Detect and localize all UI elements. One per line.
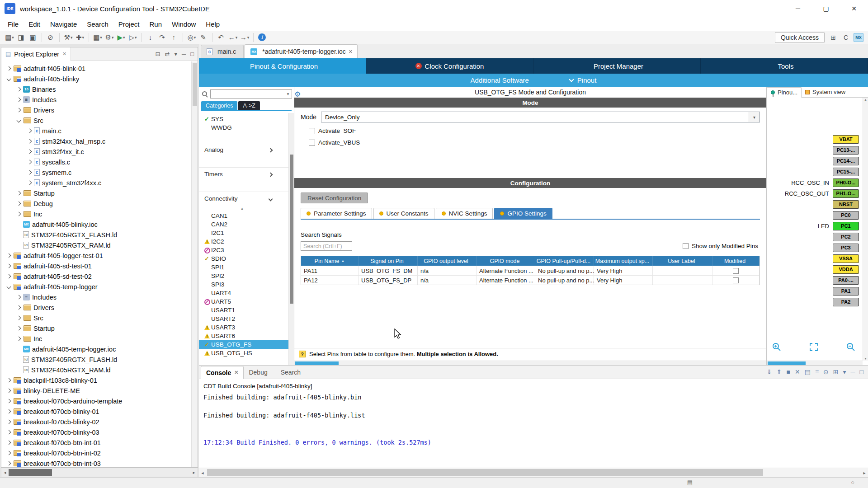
tree-expand-icon[interactable] bbox=[16, 326, 21, 331]
tree-expand-icon[interactable] bbox=[6, 420, 11, 424]
tab-system-view[interactable]: System view bbox=[802, 87, 849, 97]
search-button[interactable]: ◎▾ bbox=[186, 32, 197, 43]
show-only-modified-pins-checkbox[interactable] bbox=[683, 243, 689, 249]
project-tree-item[interactable]: Startup bbox=[1, 323, 191, 333]
project-tree-item[interactable]: adafruit-f405-temp-logger.ioc bbox=[1, 344, 191, 354]
step-over-button[interactable]: ↷ bbox=[157, 32, 168, 43]
col-signal-on-pin[interactable]: Signal on Pin bbox=[359, 256, 418, 266]
peripheral-spi1[interactable]: SPI1 bbox=[199, 263, 288, 272]
tab-temp-logger-ioc[interactable]: *adafruit-f405-temp-logger.ioc ✕ bbox=[245, 44, 358, 58]
project-tree-item[interactable]: Drivers bbox=[1, 302, 191, 313]
pin[interactable]: PC14-... bbox=[833, 157, 859, 165]
tree-expand-icon[interactable] bbox=[6, 274, 11, 279]
menu-edit[interactable]: Edit bbox=[24, 19, 45, 30]
external-tools-button[interactable]: ▷▾ bbox=[127, 32, 138, 43]
project-tree-item[interactable]: Inc bbox=[1, 209, 191, 219]
project-tree-item[interactable]: Startup bbox=[1, 188, 191, 198]
scroll-to-top-icon[interactable]: ⇑ bbox=[777, 368, 782, 375]
tab-clock-configuration[interactable]: Clock Configuration bbox=[366, 58, 533, 74]
minimize-view-icon[interactable]: ─ bbox=[182, 51, 186, 57]
scrollbar-thumb[interactable] bbox=[290, 155, 293, 304]
project-tree-item[interactable]: breakout-f070cb-btn-int-03 bbox=[1, 458, 191, 467]
pin[interactable]: PC13-... bbox=[833, 146, 859, 155]
peripheral-can2[interactable]: CAN2 bbox=[199, 220, 288, 229]
zoom-out-button[interactable] bbox=[845, 342, 856, 352]
remove-console-icon[interactable]: ✕ bbox=[795, 368, 800, 375]
project-tree-item[interactable]: Inc bbox=[1, 333, 191, 344]
maximize-view-icon[interactable]: □ bbox=[190, 51, 194, 57]
project-tree-item[interactable]: adafruit-f405-sd-test-01 bbox=[1, 261, 191, 271]
tree-expand-icon[interactable] bbox=[6, 77, 11, 81]
toolbar-separator[interactable] bbox=[59, 33, 60, 42]
peripheral-usart1[interactable]: USART1 bbox=[199, 306, 288, 314]
project-tree-item[interactable]: breakout-f070cb-btn-int-02 bbox=[1, 448, 191, 458]
tree-expand-icon[interactable] bbox=[6, 285, 11, 289]
view-menu-icon[interactable]: ▾ bbox=[174, 51, 177, 57]
tree-expand-icon[interactable] bbox=[6, 378, 11, 383]
scrollbar-thumb[interactable] bbox=[207, 469, 763, 476]
quick-access-button[interactable]: Quick Access bbox=[775, 32, 825, 43]
tree-expand-icon[interactable] bbox=[16, 337, 21, 341]
tree-expand-icon[interactable] bbox=[6, 409, 11, 414]
peripheral-search-combo[interactable]: ▾ bbox=[210, 89, 292, 99]
center-horizontal-scrollbar[interactable] bbox=[294, 361, 766, 365]
modified-checkbox[interactable] bbox=[733, 277, 739, 283]
project-tree-item[interactable]: adafruit-f405-blinky.ioc bbox=[1, 219, 191, 230]
modified-checkbox[interactable] bbox=[733, 268, 739, 274]
pin[interactable]: PC15-... bbox=[833, 168, 859, 176]
scrollbar-thumb[interactable] bbox=[193, 63, 197, 106]
tree-expand-icon[interactable] bbox=[27, 139, 32, 144]
project-tree-item[interactable]: Binaries bbox=[1, 84, 191, 94]
project-tree-item[interactable]: STM32F405RGTX_FLASH.ld bbox=[1, 230, 191, 240]
pin[interactable]: NRST bbox=[833, 200, 859, 209]
tree-expand-icon[interactable] bbox=[27, 181, 32, 185]
toolbar-separator[interactable] bbox=[89, 33, 89, 42]
project-tree-item[interactable]: blackpill-f103c8-blinky-01 bbox=[1, 375, 191, 385]
peripheral-sdio[interactable]: SDIO bbox=[199, 254, 288, 263]
tree-expand-icon[interactable] bbox=[27, 160, 32, 164]
toolbar-separator[interactable] bbox=[42, 33, 42, 42]
tree-expand-icon[interactable] bbox=[27, 129, 32, 133]
tree-expand-icon[interactable] bbox=[16, 295, 21, 300]
peripheral-search-input[interactable] bbox=[211, 90, 284, 98]
peripheral-uart4[interactable]: UART4 bbox=[199, 289, 288, 297]
scroll-to-bottom-icon[interactable]: ⇓ bbox=[767, 368, 772, 375]
zoom-in-button[interactable] bbox=[771, 342, 782, 352]
tree-expand-icon[interactable] bbox=[16, 118, 21, 123]
project-tree-item[interactable]: breakout-f070cb-arduino-template bbox=[1, 396, 191, 406]
project-tree-item[interactable]: adafruit-f405-sd-test-02 bbox=[1, 271, 191, 282]
pin[interactable]: PC1 bbox=[833, 222, 859, 230]
tree-expand-icon[interactable] bbox=[16, 191, 21, 196]
menu-navigate[interactable]: Navigate bbox=[45, 19, 82, 30]
toolbar-separator[interactable] bbox=[142, 33, 142, 42]
debug-button[interactable]: ⚙▾ bbox=[104, 32, 115, 43]
menu-file[interactable]: File bbox=[3, 19, 24, 30]
pin[interactable]: PH0-O... bbox=[833, 178, 859, 187]
tree-expand-icon[interactable] bbox=[16, 98, 21, 102]
category-timers[interactable]: Timers bbox=[199, 167, 288, 181]
tab-pinout-view[interactable]: Pinou... bbox=[767, 87, 802, 98]
tree-expand-icon[interactable] bbox=[27, 150, 32, 154]
project-tree-item[interactable]: adafruit-f405-temp-logger bbox=[1, 282, 191, 292]
tree-expand-icon[interactable] bbox=[16, 316, 21, 320]
open-perspective-button[interactable]: ⊞ bbox=[827, 32, 839, 43]
open-console-button[interactable]: ▦▾ bbox=[92, 32, 103, 43]
col-max-output-speed[interactable]: Maximum output sp... bbox=[594, 256, 653, 266]
mark-occurrences-button[interactable]: ✎ bbox=[198, 32, 209, 43]
save-button[interactable]: ◨ bbox=[16, 32, 27, 43]
scroll-right-icon[interactable]: ▸ bbox=[190, 470, 198, 475]
project-tree-item[interactable]: adafruit-f405-logger-test-01 bbox=[1, 250, 191, 261]
link-with-editor-icon[interactable]: ⇄ bbox=[165, 51, 170, 57]
project-tree-item[interactable]: Src bbox=[1, 313, 191, 323]
project-tree-item[interactable]: Debug bbox=[1, 198, 191, 209]
peripheral-usart3[interactable]: USART3 bbox=[199, 323, 288, 332]
menu-project[interactable]: Project bbox=[113, 19, 145, 30]
col-gpio-pull[interactable]: GPIO Pull-up/Pull-d... bbox=[535, 256, 594, 266]
project-tree-item[interactable]: stm32f4xx_hal_msp.c bbox=[1, 136, 191, 146]
tree-expand-icon[interactable] bbox=[6, 389, 11, 393]
tree-expand-icon[interactable] bbox=[6, 461, 11, 466]
close-tab-icon[interactable]: ✕ bbox=[349, 49, 353, 55]
maximize-view-icon[interactable]: □ bbox=[860, 368, 863, 375]
pin[interactable]: PC2 bbox=[833, 233, 859, 241]
cpp-perspective-button[interactable]: C bbox=[840, 32, 852, 43]
